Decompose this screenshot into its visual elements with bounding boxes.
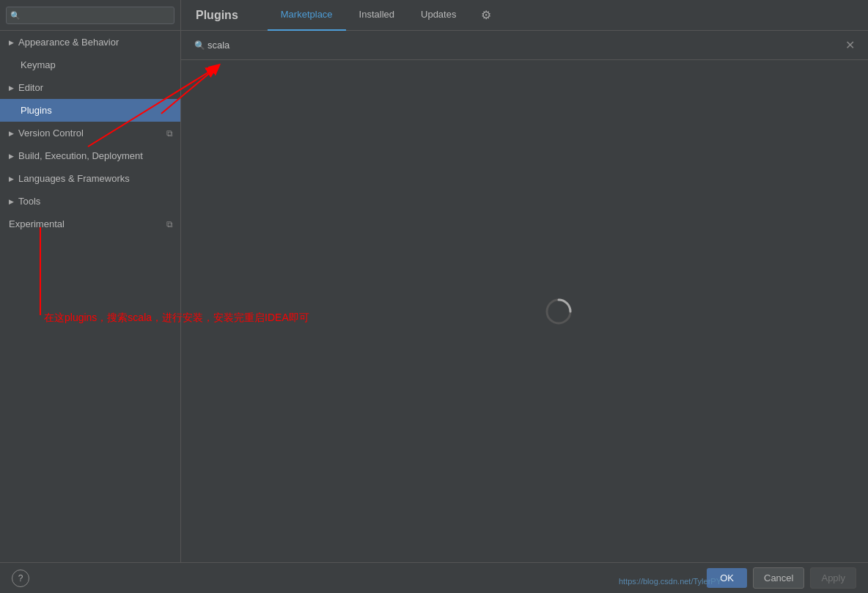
sidebar-item-build[interactable]: ▶ Build, Execution, Deployment xyxy=(0,144,180,167)
arrow-icon: ▶ xyxy=(9,84,14,92)
gear-button[interactable]: ⚙ xyxy=(475,4,497,26)
top-bar: 🔍 Plugins Marketplace Installed Updates … xyxy=(0,0,868,31)
sidebar-item-label: Build, Execution, Deployment xyxy=(18,150,173,161)
bottom-right: OK Cancel Apply xyxy=(707,567,856,589)
sidebar-item-tools[interactable]: ▶ Tools xyxy=(0,190,180,213)
sidebar-item-editor[interactable]: ▶ Editor xyxy=(0,76,180,99)
sidebar-item-label: Appearance & Behavior xyxy=(18,37,173,48)
sidebar-item-languages[interactable]: ▶ Languages & Frameworks xyxy=(0,167,180,190)
plugins-header: Plugins Marketplace Installed Updates ⚙ xyxy=(181,0,868,30)
copy-icon: ⧉ xyxy=(166,128,173,139)
help-button[interactable]: ? xyxy=(12,570,29,587)
plugin-search-input[interactable] xyxy=(190,37,841,54)
tab-marketplace[interactable]: Marketplace xyxy=(268,0,346,31)
spinner-svg xyxy=(544,297,573,326)
arrow-icon: ▶ xyxy=(9,152,14,160)
loading-spinner xyxy=(544,297,573,326)
bottom-bar: ? https://blog.csdn.net/TylerPY OK Cance… xyxy=(0,562,868,593)
tabs-area: Marketplace Installed Updates ⚙ xyxy=(268,0,498,31)
clear-search-button[interactable]: ✕ xyxy=(841,37,859,54)
bottom-left: ? xyxy=(12,570,707,587)
sidebar-item-keymap[interactable]: Keymap xyxy=(0,54,180,76)
apply-button[interactable]: Apply xyxy=(810,567,856,589)
left-search-icon: 🔍 xyxy=(10,10,21,20)
arrow-icon: ▶ xyxy=(9,198,14,205)
plugins-title: Plugins xyxy=(196,9,238,22)
url-hint: https://blog.csdn.net/TylerPY xyxy=(619,577,721,586)
left-search-wrap: 🔍 xyxy=(6,7,174,24)
copy-icon-experimental: ⧉ xyxy=(166,219,173,229)
sidebar: ▶ Appearance & Behavior Keymap ▶ Editor … xyxy=(0,31,181,562)
sidebar-item-label: Plugins xyxy=(21,105,173,116)
tab-installed[interactable]: Installed xyxy=(346,0,408,31)
sidebar-item-version-control[interactable]: ▶ Version Control ⧉ xyxy=(0,122,180,144)
sidebar-item-label: Editor xyxy=(18,82,173,93)
plugin-search-wrap: 🔍 xyxy=(190,37,841,54)
sidebar-item-label: Tools xyxy=(18,196,173,207)
plugin-search-bar: 🔍 ✕ xyxy=(181,31,868,60)
plugin-search-icon: 🔍 xyxy=(194,40,205,51)
sidebar-item-label: Keymap xyxy=(21,59,173,70)
annotation-text: 在这plugins，搜索scala，进行安装，安装完重启IDEA即可 xyxy=(44,312,309,325)
right-panel: 🔍 ✕ xyxy=(181,31,868,562)
tab-updates[interactable]: Updates xyxy=(408,0,469,31)
main-container: 🔍 Plugins Marketplace Installed Updates … xyxy=(0,0,868,593)
sidebar-item-plugins[interactable]: Plugins xyxy=(0,99,180,122)
arrow-icon: ▶ xyxy=(9,175,14,183)
sidebar-item-label: Experimental xyxy=(9,218,166,229)
sidebar-item-label: Languages & Frameworks xyxy=(18,173,173,184)
cancel-button[interactable]: Cancel xyxy=(753,567,804,589)
left-search-input[interactable] xyxy=(6,7,174,24)
sidebar-item-label: Version Control xyxy=(18,128,166,139)
left-search-area: 🔍 xyxy=(0,0,181,30)
sidebar-item-appearance[interactable]: ▶ Appearance & Behavior xyxy=(0,31,180,54)
content-area: ▶ Appearance & Behavior Keymap ▶ Editor … xyxy=(0,31,868,562)
sidebar-item-experimental[interactable]: Experimental ⧉ xyxy=(0,213,180,235)
arrow-icon: ▶ xyxy=(9,130,14,137)
arrow-icon: ▶ xyxy=(9,39,14,46)
